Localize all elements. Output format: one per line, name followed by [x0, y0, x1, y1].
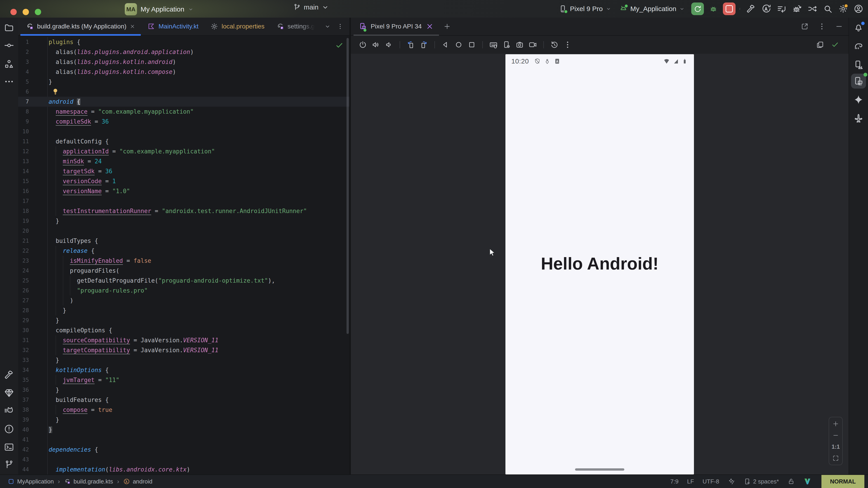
caret-position[interactable]: 7:9 [671, 478, 679, 485]
profiler-button[interactable] [792, 4, 802, 14]
tool-window-project[interactable] [4, 23, 14, 33]
gesture-navigation-bar[interactable] [575, 468, 624, 470]
code-line-33[interactable]: 33 } [18, 355, 349, 365]
search-button[interactable] [823, 4, 833, 14]
emulator-power-button[interactable] [359, 40, 367, 49]
emulator-nav-back-button[interactable] [441, 40, 450, 49]
emulator-nav-home-button[interactable] [454, 40, 463, 49]
code-line-16[interactable]: 16 versionName = "1.0" [18, 186, 349, 196]
code-line-12[interactable]: 12 applicationId = "com.example.myapplic… [18, 147, 349, 156]
indent-setting[interactable]: 2 spaces* [744, 478, 779, 485]
emulator-volume-down-button[interactable] [385, 40, 393, 49]
tool-window-logcat[interactable] [4, 406, 14, 416]
intention-bulb-icon[interactable] [52, 88, 59, 96]
code-line-40[interactable]: 40} [18, 425, 349, 435]
inspections-ok-icon[interactable] [335, 41, 344, 50]
tool-window-terminal[interactable] [4, 442, 14, 452]
apply-changes-button[interactable] [777, 4, 786, 14]
emulator-rotate-left-button[interactable] [406, 40, 415, 49]
breadcrumb-item-myapplication[interactable]: MyApplication [8, 478, 54, 485]
tool-window-running-devices-active[interactable] [851, 74, 866, 89]
vim-icon[interactable] [803, 477, 811, 486]
add-device-tab-button[interactable] [439, 18, 455, 35]
code-line-30[interactable]: 30 compileOptions { [18, 325, 349, 335]
close-icon[interactable] [426, 22, 434, 31]
user-button[interactable] [854, 4, 864, 14]
tool-window-device-manager[interactable] [853, 60, 864, 70]
tool-window-commit[interactable] [4, 40, 14, 51]
code-line-43[interactable]: 43 [18, 455, 349, 464]
hide-panel-button[interactable] [835, 22, 843, 31]
code-editor[interactable]: 1plugins {2 alias(libs.plugins.android.a… [18, 36, 349, 475]
emulator-camera-button[interactable] [515, 40, 524, 49]
code-line-5[interactable]: 5} [18, 77, 349, 87]
window-minimize-button[interactable] [23, 9, 29, 15]
line-separator[interactable]: LF [687, 478, 694, 485]
code-line-9[interactable]: 9 compileSdk = 36 [18, 117, 349, 127]
code-line-18[interactable]: 18 testInstrumentationRunner = "androidx… [18, 206, 349, 216]
code-line-44[interactable]: 44 implementation(libs.androidx.core.ktx… [18, 464, 349, 475]
code-line-4[interactable]: 4 alias(libs.plugins.kotlin.compose) [18, 67, 349, 77]
code-line-32[interactable]: 32 targetCompatibility = JavaVersion.VER… [18, 345, 349, 355]
code-line-36[interactable]: 36 } [18, 385, 349, 395]
tab-options[interactable] [337, 23, 344, 30]
editor-tab-build-gradle-kts-my-application[interactable]: build.gradle.kts (My Application) [20, 18, 141, 35]
copy-screen-button[interactable] [816, 41, 824, 49]
panel-options-button[interactable] [818, 22, 826, 31]
build-hammer-button[interactable] [746, 4, 756, 14]
code-line-7[interactable]: 7android { [18, 97, 349, 107]
code-line-27[interactable]: 27 ) [18, 295, 349, 305]
ai-completion-icon[interactable] [728, 478, 735, 485]
code-line-26[interactable]: 26 "proguard-rules.pro" [18, 286, 349, 295]
breadcrumb-item-android[interactable]: android [123, 478, 152, 485]
device-tab-pixel-9-pro-api-34[interactable]: Pixel 9 Pro API 34 [353, 18, 439, 35]
tool-window-gemini[interactable] [853, 94, 864, 105]
lock-icon[interactable] [787, 478, 795, 485]
close-icon[interactable] [129, 24, 135, 29]
open-in-new-window-button[interactable] [801, 22, 809, 31]
tool-window-build[interactable] [4, 369, 14, 380]
emulator-device-settings-button[interactable] [502, 40, 511, 49]
fit-screen-button[interactable] [832, 455, 839, 462]
tab-list-chevron[interactable] [324, 23, 331, 30]
code-line-42[interactable]: 42dependencies { [18, 445, 349, 455]
tool-window-more-tool-windows[interactable] [4, 76, 14, 87]
tool-window-version-control[interactable] [4, 459, 14, 470]
emulator-keyboard-button[interactable] [489, 40, 498, 49]
window-zoom-button[interactable] [35, 9, 41, 15]
zoom-out-button[interactable] [832, 432, 839, 439]
code-line-6[interactable]: 6 [18, 87, 349, 97]
tool-window-structure[interactable] [4, 59, 14, 69]
sync-arrows-button[interactable] [807, 4, 817, 14]
code-line-20[interactable]: 20 [18, 226, 349, 236]
zoom-in-button[interactable] [832, 420, 839, 427]
zoom-ratio-button[interactable]: 1:1 [832, 444, 840, 450]
code-line-14[interactable]: 14 targetSdk = 36 [18, 166, 349, 176]
tool-window-notifications[interactable] [853, 22, 864, 33]
phone-screen[interactable]: 10:20 Hello Android! [505, 54, 694, 475]
code-line-24[interactable]: 24 proguardFiles( [18, 266, 349, 275]
code-line-2[interactable]: 2 alias(libs.plugins.android.application… [18, 47, 349, 57]
tool-window-problems[interactable] [4, 424, 14, 434]
code-line-29[interactable]: 29 } [18, 315, 349, 325]
editor-tab-mainactivity-kt[interactable]: MainActivity.kt [141, 18, 204, 35]
editor-tab-local-properties[interactable]: local.properties [204, 18, 270, 35]
code-line-1[interactable]: 1plugins { [18, 37, 349, 47]
code-line-25[interactable]: 25 getDefaultProguardFile("proguard-andr… [18, 275, 349, 286]
code-line-8[interactable]: 8 namespace = "com.example.myapplication… [18, 107, 349, 117]
code-line-10[interactable]: 10 [18, 127, 349, 136]
editor-scrollbar[interactable] [346, 38, 349, 334]
tool-window-gradle[interactable] [853, 41, 864, 52]
emulator-snapshot-button[interactable] [550, 40, 559, 49]
project-selector[interactable]: MA My Application [125, 3, 194, 15]
branch-selector[interactable]: main [293, 3, 329, 11]
code-line-28[interactable]: 28 } [18, 305, 349, 315]
debug-bug-button[interactable] [707, 2, 720, 15]
code-line-11[interactable]: 11 defaultConfig { [18, 136, 349, 147]
code-line-37[interactable]: 37 buildFeatures { [18, 395, 349, 405]
code-line-19[interactable]: 19 } [18, 216, 349, 226]
editor-tab-settings-g[interactable]: settings.g [270, 18, 320, 35]
tool-window-app-inspection[interactable] [4, 388, 14, 398]
code-line-23[interactable]: 23 isMinifyEnabled = false [18, 256, 349, 266]
stop-button[interactable] [723, 2, 736, 15]
